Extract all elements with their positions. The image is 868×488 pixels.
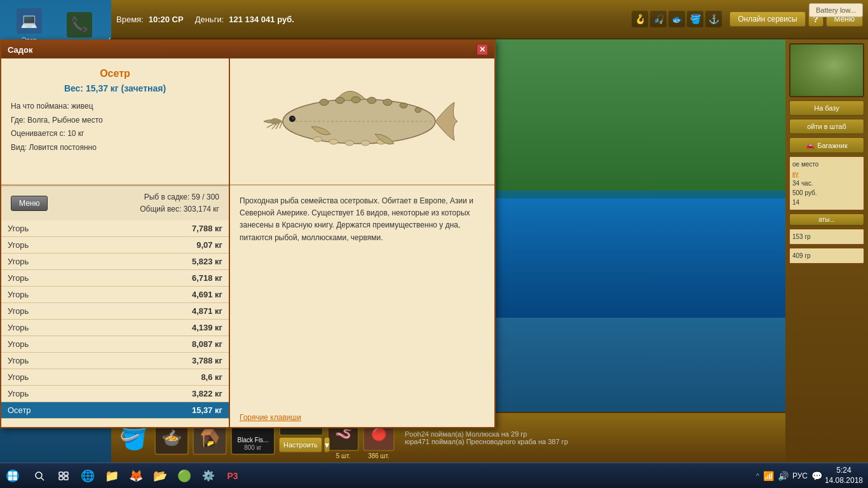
fish-details: На что поймана: живец Где: Волга, Рыбное… — [11, 100, 219, 154]
svg-point-10 — [345, 140, 354, 146]
results-button[interactable]: аты... — [789, 214, 864, 226]
svg-point-6 — [400, 103, 407, 108]
eggs-count: 386 шт. — [368, 452, 390, 459]
start-button[interactable] — [0, 463, 25, 489]
svg-point-2 — [336, 97, 344, 104]
fish-list-area: Угорь 7,788 кг Угорь 9,07 кг Угорь 5,823… — [1, 220, 229, 427]
svg-rect-21 — [13, 471, 18, 476]
fish-min-weight: Оценивается с: 10 кг — [11, 127, 219, 141]
list-item[interactable]: Угорь 8,6 кг — [1, 369, 229, 386]
list-item[interactable]: Угорь 8,087 кг — [1, 336, 229, 353]
fish-desc-text: Проходная рыба семейства осетровых. Обит… — [240, 195, 485, 244]
trunk-label: Багажник — [817, 142, 848, 149]
chat-line-1: Pooh24 поймал(а) Моллюска на 29 гр — [405, 430, 780, 438]
svg-rect-22 — [8, 476, 13, 480]
taskbar-right: ^ 📶 🔊 РУС 💬 5:24 14.08.2018 — [756, 466, 868, 485]
fish-place: Где: Волга, Рыбное место — [11, 114, 219, 128]
battery-notification: Battery low... — [809, 3, 863, 17]
svg-point-5 — [383, 99, 392, 105]
black-fish-label: Black Fis... — [238, 437, 269, 444]
list-item[interactable]: Угорь 3,788 кг — [1, 353, 229, 369]
fish-image — [261, 71, 464, 172]
taskbar-firefox-button[interactable]: 🦊 — [125, 464, 147, 487]
hot-keys-link[interactable]: Горячие клавиши — [230, 408, 494, 427]
trunk-button[interactable]: 🚗 Багажник — [789, 137, 864, 153]
fish-menu-area: Меню Рыб в садке: 59 / 300 Общий вес: 30… — [1, 186, 229, 220]
list-item[interactable]: Угорь 3,822 кг — [1, 386, 229, 402]
chat-feed: Pooh24 поймал(а) Моллюска на 29 гр юра47… — [405, 430, 780, 445]
weight-2: 409 гр — [792, 251, 861, 261]
taskbar-steam-button[interactable]: ⚙️ — [197, 464, 220, 487]
svg-point-8 — [313, 137, 322, 142]
fish-weight-stat: Общий вес: 303,174 кг — [140, 203, 219, 215]
svg-rect-20 — [8, 471, 13, 476]
this-computer-icon: 💻 — [17, 8, 42, 34]
list-item[interactable]: Угорь 7,788 кг — [1, 220, 229, 237]
topbar-fish-icons: 🪝 🎣 🐟 🪣 ⚓ — [632, 11, 722, 27]
taskbar-search-button[interactable] — [28, 464, 51, 487]
volume-icon[interactable]: 🔊 — [778, 471, 789, 481]
weight-info-2: 409 гр — [789, 248, 864, 264]
place-num: 14 — [792, 198, 861, 207]
svg-rect-29 — [64, 477, 68, 480]
show-hidden-icons-button[interactable]: ^ — [756, 472, 759, 480]
list-item-selected[interactable]: Осетр 15,37 кг — [1, 402, 229, 419]
svg-point-9 — [329, 139, 338, 144]
game-topbar: Время: 10:20 СР Деньги: 121 134 041 руб.… — [111, 0, 868, 39]
fish-name: Осетр — [11, 68, 219, 79]
fish-image-area — [230, 58, 494, 186]
weight-info-1: 153 гр — [789, 229, 864, 245]
fish-list: Угорь 7,788 кг Угорь 9,07 кг Угорь 5,823… — [1, 220, 229, 427]
list-item[interactable]: Угорь 6,718 кг — [1, 270, 229, 287]
list-item[interactable]: Угорь 4,139 кг — [1, 320, 229, 336]
keyboard-layout[interactable]: РУС — [792, 471, 808, 480]
taskbar-paint-button[interactable]: 🟢 — [173, 464, 196, 487]
network-icon: 📶 — [763, 471, 774, 481]
place-link[interactable]: ку — [792, 169, 861, 179]
fish-bait: На что поймана: живец — [11, 100, 219, 114]
search-icon — [34, 471, 44, 481]
bait-count: 5 шт. — [336, 452, 351, 459]
list-item[interactable]: Угорь 9,07 кг — [1, 237, 229, 254]
sadok-left-panel: Осетр Вес: 15,37 кг (зачетная) На что по… — [1, 58, 230, 427]
taskbar-clock[interactable]: 5:24 14.08.2018 — [825, 466, 863, 485]
configure-button[interactable]: Настроить — [279, 437, 322, 452]
svg-point-11 — [361, 140, 370, 146]
fish-weight: Вес: 15,37 кг (зачетная) — [11, 83, 219, 93]
taskbar-folder2-button[interactable]: 📂 — [149, 464, 172, 487]
hq-button-label: ойти в штаб — [807, 123, 846, 130]
task-view-icon — [58, 471, 69, 481]
fish-icon-5: ⚓ — [705, 11, 722, 27]
base-button[interactable]: На базу — [789, 100, 864, 116]
slot-arrow-button[interactable]: ▾ — [324, 437, 330, 452]
svg-line-25 — [41, 478, 44, 480]
hq-button[interactable]: ойти в штаб — [789, 119, 864, 134]
desktop: Battery low... 💻 Этот компьютер 🎮 MTA Pr… — [0, 0, 868, 488]
taskbar-p3-button[interactable]: P3 — [221, 464, 244, 487]
taskbar-task-view-button[interactable] — [52, 464, 75, 487]
place-info: ое место ку 34 час. 500 руб. 14 — [789, 156, 864, 210]
svg-rect-23 — [13, 476, 18, 480]
chat-line-2: юра471 поймал(а) Пресноводного краба на … — [405, 438, 780, 445]
sadok-dialog: Садок ✕ Осетр Вес: 15,37 кг (зачетная) Н… — [0, 39, 496, 428]
online-services-button[interactable]: Онлайн сервисы — [729, 11, 805, 27]
taskbar-edge-button[interactable]: 🌐 — [76, 464, 99, 487]
list-item[interactable]: Угорь 5,823 кг — [1, 254, 229, 270]
list-item[interactable]: Угорь 4,871 кг — [1, 303, 229, 320]
money-value: 121 134 041 руб. — [229, 15, 294, 24]
notification-center-icon[interactable]: 💬 — [811, 471, 822, 481]
mini-map — [789, 43, 864, 97]
clock-date: 14.08.2018 — [825, 476, 863, 486]
fish-stats: Рыб в садке: 59 / 300 Общий вес: 303,174… — [140, 191, 219, 215]
sadok-close-button[interactable]: ✕ — [477, 44, 488, 55]
fish-menu-button[interactable]: Меню — [11, 196, 48, 211]
fish-count-stat: Рыб в садке: 59 / 300 — [140, 191, 219, 203]
list-item[interactable]: Угорь 4,691 кг — [1, 287, 229, 303]
time-left: 34 час. — [792, 179, 861, 188]
price: 500 руб. — [792, 188, 861, 198]
windows-logo-icon — [6, 470, 19, 482]
taskbar: 🌐 📁 🦊 📂 🟢 ⚙️ P3 ^ 📶 🔊 РУС 💬 5:24 14.08.2… — [0, 463, 868, 488]
taskbar-explorer-button[interactable]: 📁 — [100, 464, 123, 487]
slot3-controls: Настроить ▾ — [279, 437, 323, 452]
fish-icon-4: 🪣 — [687, 11, 703, 27]
